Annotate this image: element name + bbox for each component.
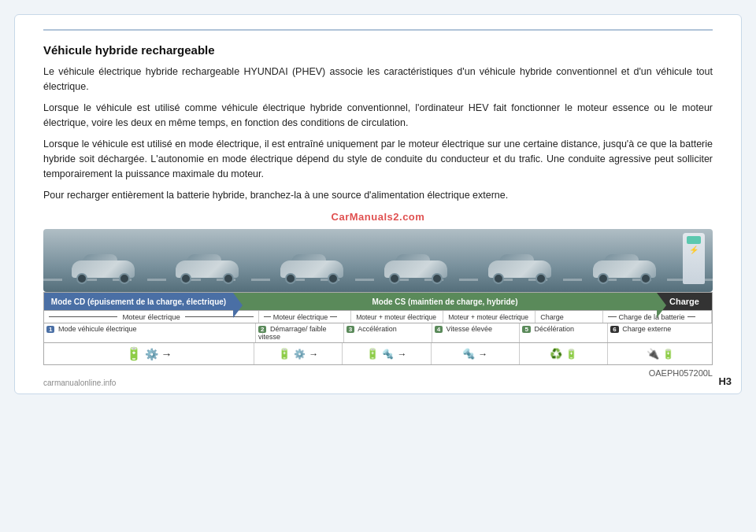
footer-url: carmanualonline.info — [43, 379, 116, 387]
diagram: ⚡ Mode CD (épuisement de la charge, élec… — [43, 229, 713, 365]
motor-electric-cell-2: Moteur électrique — [259, 311, 351, 323]
segment-1: 1 Mode véhicule électrique — [44, 323, 256, 342]
charging-station: ⚡ — [683, 233, 705, 284]
segment-6-badge: 6 — [610, 326, 618, 333]
page-number: H3 — [718, 375, 732, 387]
battery-line-left — [608, 316, 616, 317]
motor2-line-left — [264, 316, 271, 317]
charge-sub-cell: Charge — [536, 311, 603, 323]
ref-code: OAEPH057200L — [43, 368, 713, 378]
battery-icon-2: 🔋 — [278, 348, 291, 360]
car-6-wheel-right — [640, 273, 651, 284]
segment-2-label: Démarrage/ faible vitesse — [258, 325, 327, 341]
car-1-wheel-right — [119, 273, 130, 284]
battery-line-right — [687, 316, 695, 317]
charging-plug-icon: ⚡ — [689, 246, 699, 254]
engine-icon-4: 🔩 — [462, 348, 475, 360]
battery-icon-3: 🔋 — [366, 348, 379, 360]
motor2-line-right — [330, 316, 337, 317]
paragraph-4: Pour recharger entièrement la batterie h… — [43, 188, 713, 203]
paragraph-2: Lorsque le véhicule est utilisé comme vé… — [43, 101, 713, 131]
car-4 — [384, 254, 447, 284]
top-divider — [43, 29, 713, 31]
mode-cs-label: Mode CS (maintien de charge, hybride) — [233, 293, 657, 310]
car-6-wheel-left — [598, 273, 609, 284]
icon-seg-4: 🔩 → — [432, 343, 520, 364]
plug-icon: 🔌 — [647, 348, 659, 360]
motor-plus-motor-cell-1: Moteur + moteur électrique — [351, 311, 443, 323]
icon-row: 🔋 ⚙️ → 🔋 ⚙️ → 🔋 🔩 → 🔩 → ♻️ 🔋 — [43, 343, 713, 365]
battery-icon-6: 🔋 — [662, 349, 674, 360]
battery-icon-5: 🔋 — [565, 349, 577, 360]
watermark: CarManuals2.com — [43, 211, 713, 223]
car-1 — [72, 254, 135, 284]
car-5 — [488, 254, 551, 284]
ev-icon: 🔋 — [126, 346, 142, 361]
motor-line-left — [49, 316, 117, 317]
page-title: Véhicule hybride rechargeable — [43, 43, 713, 57]
motor-row: Moteur électrique Moteur électrique Mote… — [43, 311, 713, 323]
car-6 — [593, 254, 656, 284]
car-3 — [280, 254, 343, 284]
segment-6-label: Charge externe — [622, 325, 671, 333]
motor-icon: ⚙️ — [145, 348, 158, 360]
arrow-icon-1: → — [161, 348, 172, 360]
icon-seg-3: 🔋 🔩 → — [343, 343, 431, 364]
icon-seg-6: 🔌 🔋 — [608, 343, 712, 364]
segment-3: 3 Accélération — [344, 323, 432, 342]
arrow-icon-2: → — [309, 349, 318, 360]
segment-4-badge: 4 — [435, 326, 443, 333]
segment-1-label: Mode véhicule électrique — [58, 325, 137, 333]
regen-icon: ♻️ — [550, 348, 562, 360]
car-row — [43, 254, 713, 284]
car-5-wheel-left — [493, 273, 504, 284]
arrow-icon-3: → — [397, 349, 406, 360]
charging-screen — [687, 236, 701, 244]
segment-6: 6 Charge externe — [608, 323, 712, 342]
motor-plus-motor-cell-2: Moteur + moteur électrique — [443, 311, 536, 323]
car-1-wheel-left — [76, 273, 87, 284]
icon-seg-1: 🔋 ⚙️ → — [44, 343, 254, 364]
car-2-wheel-right — [223, 273, 234, 284]
arrow-icon-4: → — [478, 349, 487, 360]
motor-icon-2: ⚙️ — [294, 349, 306, 360]
car-3-wheel-left — [285, 273, 296, 284]
icon-seg-5: ♻️ 🔋 — [520, 343, 608, 364]
mode-cd-label: Mode CD (épuisement de la charge, électr… — [44, 293, 233, 310]
segment-5: 5 Décélération — [520, 323, 608, 342]
car-4-wheel-right — [432, 273, 443, 284]
main-page: Véhicule hybride rechargeable Le véhicul… — [14, 14, 742, 394]
engine-icon-3: 🔩 — [382, 349, 394, 360]
segment-4-label: Vitesse élevée — [447, 325, 492, 333]
car-4-wheel-left — [389, 273, 400, 284]
segment-5-badge: 5 — [522, 326, 530, 333]
segment-2: 2 Démarrage/ faible vitesse — [256, 323, 344, 342]
segment-4: 4 Vitesse élevée — [432, 323, 521, 342]
car-2-wheel-left — [180, 273, 191, 284]
motor-line-right — [185, 316, 254, 317]
car-strip: ⚡ — [43, 229, 713, 292]
paragraph-3: Lorsque le véhicule est utilisé en mode … — [43, 137, 713, 183]
segment-1-badge: 1 — [46, 326, 54, 333]
mode-labels-bar: Mode CD (épuisement de la charge, électr… — [43, 292, 713, 311]
segment-5-label: Décélération — [534, 325, 574, 333]
icon-seg-2: 🔋 ⚙️ → — [254, 343, 343, 364]
segment-3-badge: 3 — [346, 326, 354, 333]
segment-3-label: Accélération — [358, 325, 397, 333]
motor-electric-cell-1: Moteur électrique — [44, 311, 259, 323]
car-2 — [176, 254, 239, 284]
car-5-wheel-right — [536, 273, 547, 284]
car-3-wheel-right — [328, 273, 339, 284]
segment-2-badge: 2 — [258, 326, 266, 333]
numbered-segments-row: 1 Mode véhicule électrique 2 Démarrage/ … — [43, 323, 713, 343]
paragraph-1: Le véhicule électrique hybride rechargea… — [43, 65, 713, 95]
